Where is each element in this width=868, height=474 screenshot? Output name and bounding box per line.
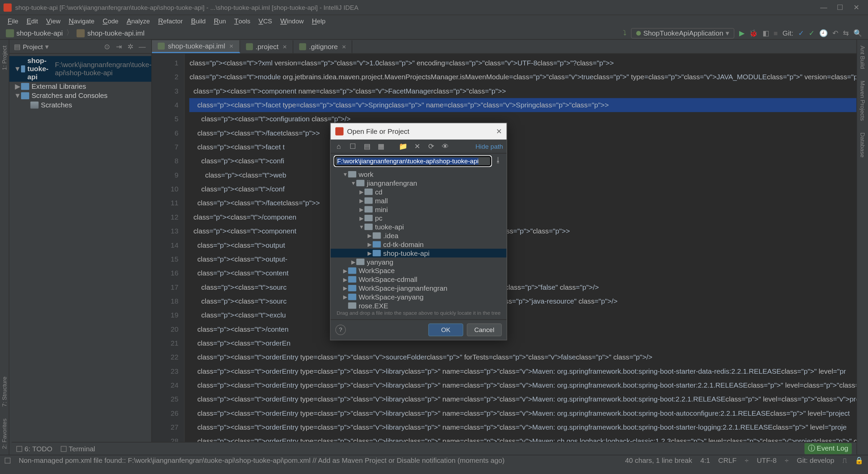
code-line[interactable]: class="p"><class="t">exclu et" class="p"… [190,308,868,322]
hide-path-link[interactable]: Hide path [475,143,503,150]
tree-toggle-icon[interactable]: ▶ [359,189,364,194]
menu-item-file[interactable]: File [3,16,22,26]
tree-toggle-icon[interactable]: ▶ [342,276,348,282]
stop-button[interactable]: ■ [771,29,780,37]
dialog-tree-node[interactable]: rose.EXE [331,301,507,309]
minimize-button[interactable]: — [815,1,832,13]
breadcrumb-root[interactable]: shop-tuoke-api [3,29,65,37]
menu-item-tools[interactable]: Tools [230,16,255,26]
chevron-down-icon[interactable]: ▾ [45,42,48,50]
dialog-tree-node[interactable]: ▶cd [331,187,507,196]
menu-item-view[interactable]: View [42,16,64,26]
home-icon[interactable]: ⌂ [334,142,344,150]
tool-tab-maven[interactable]: Maven Projects [858,75,867,127]
dropdown-icon[interactable]: ⭳ [494,156,503,166]
hide-icon[interactable]: — [138,42,147,50]
menu-item-refactor[interactable]: Refactor [154,16,187,26]
dialog-tree-node[interactable]: ▶.idea [331,231,507,240]
project-tree-node[interactable]: ▼Scratches and Consoles [9,91,152,101]
close-tab-icon[interactable]: × [229,42,233,50]
tree-toggle-icon[interactable]: ▼ [14,65,21,73]
vcs-revert-button[interactable]: ↶ [830,29,841,37]
vcs-commit-button[interactable]: ✓ [806,29,817,37]
tool-tab-structure[interactable]: 7: Structure [0,371,9,413]
tree-toggle-icon[interactable]: ▶ [342,294,348,300]
code-line[interactable]: class="p"><class="t">/facetclass="p">> [190,196,868,210]
code-line[interactable]: class="p"><class="t">output s" class="p"… [190,238,868,252]
settings-icon[interactable]: ✲ [126,42,135,50]
readonly-lock-icon[interactable]: 🔒 [855,456,864,465]
desktop-icon[interactable]: ☐ [348,142,358,150]
project-tree-node[interactable]: ▼shop-tuoke-apiF:\work\jiangnanfengran\t… [9,56,152,82]
collapse-icon[interactable]: ⇥ [114,42,124,50]
tree-toggle-icon[interactable]: ▶ [359,215,364,221]
vcs-history-button[interactable]: 🕘 [817,29,830,37]
code-line[interactable]: class="p"><class="t">output- est-classes… [190,252,868,266]
dialog-close-button[interactable]: ✕ [496,127,502,136]
code-line[interactable]: class="p"><class="t">orderEntry type=cla… [190,350,868,364]
dialog-tree-node[interactable]: ▶cd-tk-domain [331,240,507,249]
dialog-tree-node[interactable]: ▶WorkSpace-yanyang [331,292,507,301]
run-button[interactable]: ▶ [737,29,747,37]
status-line-sep[interactable]: CRLF [718,456,736,465]
tree-toggle-icon[interactable]: ▶ [367,250,373,256]
build-icon[interactable]: ⤵ [620,29,629,37]
tree-toggle-icon[interactable]: ▼ [351,180,356,186]
code-line[interactable]: class="p"><class="t">content [190,266,868,280]
cancel-button[interactable]: Cancel [467,324,502,336]
code-line[interactable]: class="p"><class="t">/conten [190,322,868,336]
project-root-icon[interactable]: ▤ [362,142,372,150]
status-encoding[interactable]: UTF-8 [757,456,777,465]
dialog-tree-node[interactable]: ▼tuoke-api [331,222,507,231]
menu-item-navigate[interactable]: Navigate [64,16,98,26]
code-line[interactable]: class="p"><class="t">module org.jetbrain… [190,70,868,84]
bottom-tab-terminal[interactable]: Terminal [60,445,95,453]
tree-toggle-icon[interactable]: ▼ [359,224,364,230]
menu-item-run[interactable]: Run [210,16,230,26]
code-line[interactable]: class="p"><class="t">configuration class… [190,112,868,126]
editor-tab[interactable]: .project× [240,40,293,53]
menu-item-help[interactable]: Help [308,16,330,26]
tree-toggle-icon[interactable]: ▼ [342,171,348,177]
menu-item-build[interactable]: Build [187,16,210,26]
module-root-icon[interactable]: ▦ [376,142,386,150]
tree-toggle-icon[interactable]: ▶ [367,233,373,239]
code-line[interactable]: class="p"><class="t">orderEntry type=cla… [190,392,868,406]
project-tree-node[interactable]: ▶External Libraries [9,82,152,91]
menu-item-code[interactable]: Code [99,16,123,26]
tree-toggle-icon[interactable]: ▶ [359,198,364,203]
tree-toggle-icon[interactable]: ▶ [351,259,356,265]
code-line[interactable]: class="p"><class="t">sourc ain/resources… [190,294,868,308]
code-line[interactable]: class="p"><class="t">orderEntry type=cla… [190,406,868,420]
tree-toggle-icon[interactable]: ▶ [342,268,348,273]
breadcrumb-file[interactable]: shop-tuoke-api.iml [74,29,147,37]
code-line[interactable]: class="p"><class="t">/conf [190,182,868,196]
dialog-tree-node[interactable]: ▶mini [331,205,507,214]
menu-item-analyze[interactable]: Analyze [122,16,154,26]
maximize-button[interactable]: ☐ [832,1,848,13]
code-line[interactable]: class="p"><class="t">sourc ain/javaclass… [190,280,868,294]
code-line[interactable]: class="p"><class="t">web [190,168,868,182]
code-line[interactable]: class="p"><class="t">/componen [190,210,868,224]
editor-code[interactable]: class="p"><class="t">?xml version=class=… [185,54,868,455]
code-line[interactable]: class="p"><class="t">facet type=class="p… [190,98,868,112]
close-button[interactable]: ✕ [848,1,865,13]
dialog-tree-node[interactable]: ▶WorkSpace-jiangnanfengran [331,284,507,292]
menu-item-edit[interactable]: Edit [22,16,42,26]
event-log-button[interactable]: ⓘEvent Log [804,443,852,454]
new-folder-icon[interactable]: 📁 [398,142,408,150]
vcs-update-button[interactable]: ✓ [796,29,806,37]
dialog-tree-node[interactable]: ▶yanyang [331,257,507,266]
dialog-tree-node[interactable]: ▶shop-tuoke-api [331,249,507,257]
refresh-icon[interactable]: ⟳ [427,142,436,150]
project-tree[interactable]: ▼shop-tuoke-apiF:\work\jiangnanfengran\t… [9,54,152,112]
menu-item-window[interactable]: Window [276,16,308,26]
status-caret-pos[interactable]: 4:1 [700,456,710,465]
search-everywhere-button[interactable]: 🔍 [851,29,865,37]
tree-toggle-icon[interactable]: ▶ [367,241,373,247]
dialog-file-tree[interactable]: ▼work▼jiangnanfengran▶cd▶mall▶mini▶pc▼tu… [331,169,507,309]
show-hidden-icon[interactable]: 👁 [440,142,450,150]
code-line[interactable]: class="p"><class="t">component LEVEL=cla… [190,224,868,238]
close-tab-icon[interactable]: × [342,43,346,51]
dialog-tree-node[interactable]: ▶WorkSpace-cdmall [331,275,507,284]
